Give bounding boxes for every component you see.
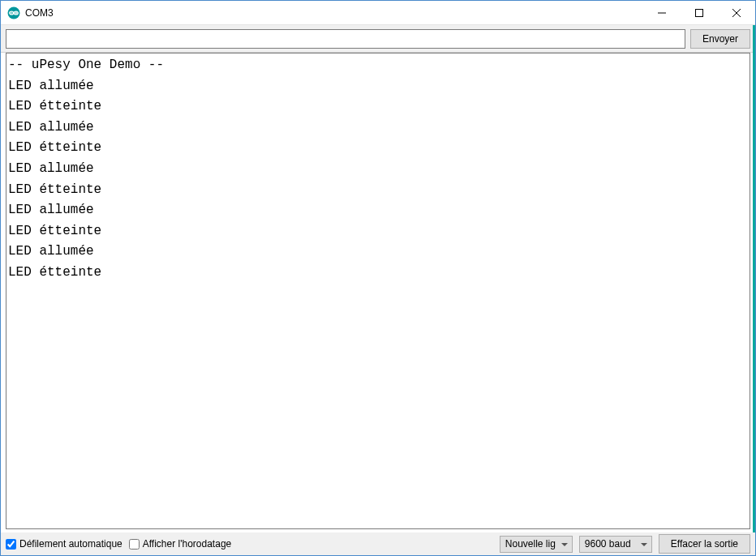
bottom-bar: Défilement automatique Afficher l'horoda… — [1, 532, 755, 555]
line-ending-select-wrap: Nouvelle ligne — [500, 536, 573, 553]
minimize-icon — [658, 9, 666, 17]
baud-select-wrap: 9600 baud — [579, 536, 652, 553]
line-ending-select[interactable]: Nouvelle ligne — [500, 536, 573, 553]
send-button[interactable]: Envoyer — [690, 29, 750, 49]
timestamp-label: Afficher l'horodatage — [143, 538, 231, 550]
maximize-button[interactable] — [681, 1, 718, 24]
clear-output-button[interactable]: Effacer la sortie — [659, 534, 750, 554]
send-input[interactable] — [6, 29, 685, 49]
autoscroll-label: Défilement automatique — [19, 538, 122, 550]
autoscroll-input[interactable] — [6, 539, 16, 550]
timestamp-input[interactable] — [129, 539, 140, 550]
window-controls — [643, 1, 755, 24]
send-toolbar: Envoyer — [1, 25, 755, 53]
svg-rect-7 — [696, 9, 703, 16]
arduino-icon — [7, 6, 20, 19]
minimize-button[interactable] — [643, 1, 681, 24]
close-icon — [732, 9, 741, 17]
close-button[interactable] — [718, 1, 755, 24]
maximize-icon — [695, 9, 703, 17]
titlebar: COM3 — [1, 1, 755, 25]
timestamp-checkbox[interactable]: Afficher l'horodatage — [129, 538, 231, 550]
console-output[interactable]: -- uPesy One Demo -- LED allumée LED étt… — [6, 53, 750, 529]
baud-rate-select[interactable]: 9600 baud — [579, 536, 652, 553]
window-title: COM3 — [25, 7, 643, 19]
autoscroll-checkbox[interactable]: Défilement automatique — [6, 538, 122, 550]
right-edge-accent — [753, 25, 755, 532]
serial-monitor-window: COM3 Envoyer -- uPesy One Demo -- LED al… — [0, 0, 756, 556]
